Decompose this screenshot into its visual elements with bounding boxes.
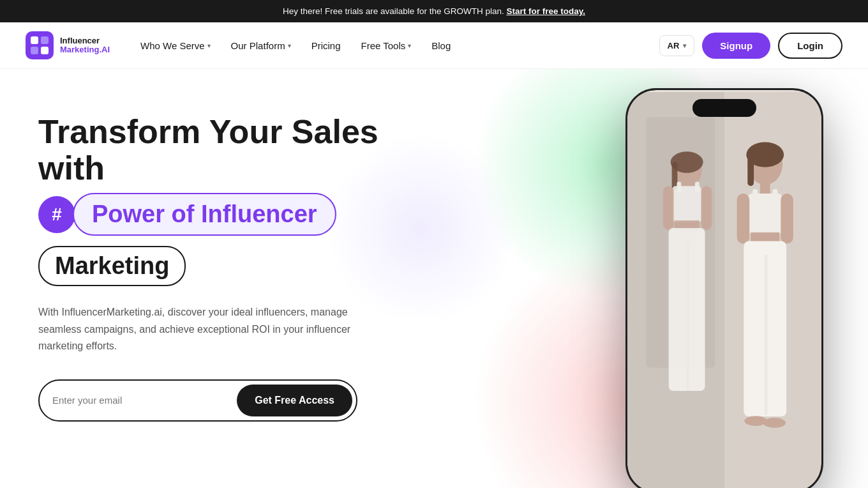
svg-rect-0 (26, 31, 54, 59)
language-selector[interactable]: AR ▾ (659, 35, 695, 56)
svg-rect-13 (752, 189, 758, 202)
email-cta-container: Get Free Access (38, 379, 357, 422)
navbar: Influencer Marketing.AI Who We Serve ▾ O… (0, 22, 868, 69)
logo[interactable]: Influencer Marketing.AI (26, 31, 110, 59)
hero-title-main: Transform Your Sales with (38, 114, 396, 187)
phone-notch (692, 99, 756, 117)
chevron-down-icon: ▾ (207, 42, 211, 49)
nav-item-our-platform[interactable]: Our Platform ▾ (223, 35, 299, 56)
lang-label: AR (668, 41, 680, 50)
hash-badge: # (38, 196, 75, 233)
svg-rect-4 (41, 47, 49, 54)
nav-item-pricing[interactable]: Pricing (304, 35, 348, 56)
svg-point-21 (763, 418, 786, 428)
hero-description: With InfluencerMarketing.ai, discover yo… (38, 304, 370, 355)
nav-links: Who We Serve ▾ Our Platform ▾ Pricing Fr… (133, 35, 458, 56)
svg-rect-19 (765, 255, 768, 415)
get-free-access-button[interactable]: Get Free Access (237, 385, 352, 416)
svg-rect-14 (773, 189, 778, 202)
logo-text: Influencer Marketing.AI (60, 36, 110, 55)
nav-item-who-we-serve[interactable]: Who We Serve ▾ (133, 35, 218, 56)
announcement-link[interactable]: Start for free today. (506, 6, 585, 16)
chevron-down-icon: ▾ (683, 42, 686, 49)
nav-item-blog[interactable]: Blog (424, 35, 458, 56)
svg-rect-1 (31, 36, 38, 44)
svg-point-20 (744, 416, 767, 426)
hero-title-tagged: # Power of Influencer (38, 193, 396, 236)
phone-screen (627, 90, 821, 488)
svg-rect-10 (747, 155, 754, 186)
svg-rect-32 (686, 243, 689, 391)
chevron-down-icon: ▾ (288, 42, 291, 49)
svg-rect-26 (677, 181, 681, 193)
svg-rect-28 (663, 186, 674, 230)
svg-rect-16 (781, 194, 793, 243)
power-of-influencer-badge: Power of Influencer (73, 193, 336, 236)
hero-section: Transform Your Sales with # Power of Inf… (0, 69, 868, 488)
svg-rect-3 (31, 47, 38, 54)
hero-content: Transform Your Sales with # Power of Inf… (0, 69, 396, 422)
phone-person-svg (627, 90, 821, 488)
navbar-left: Influencer Marketing.AI Who We Serve ▾ O… (26, 31, 458, 59)
logo-icon (26, 31, 54, 59)
phone-mockup (625, 88, 830, 488)
marketing-line: Marketing (38, 241, 396, 304)
phone-frame (625, 88, 823, 488)
svg-rect-27 (695, 181, 700, 193)
nav-item-free-tools[interactable]: Free Tools ▾ (354, 35, 419, 56)
chevron-down-icon: ▾ (408, 42, 411, 49)
svg-rect-15 (737, 194, 750, 243)
svg-rect-2 (41, 36, 49, 44)
svg-rect-29 (701, 186, 712, 230)
login-button[interactable]: Login (778, 33, 842, 59)
signup-button[interactable]: Signup (702, 33, 770, 59)
announcement-text: Hey there! Free trials are available for… (283, 6, 506, 16)
marketing-badge: Marketing (38, 246, 186, 286)
announcement-bar: Hey there! Free trials are available for… (0, 0, 868, 22)
navbar-right: AR ▾ Signup Login (659, 33, 842, 59)
email-input[interactable] (52, 390, 237, 411)
